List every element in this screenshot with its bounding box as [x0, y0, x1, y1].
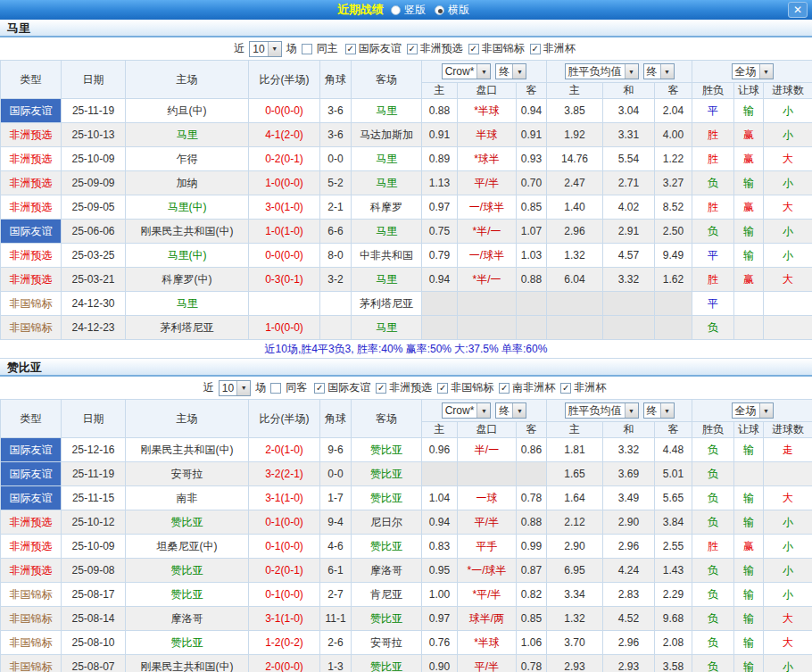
handicap-home-odds: 0.95	[422, 559, 458, 583]
page-title: 近期战绩	[337, 2, 384, 18]
competition-checkbox[interactable]: ✓	[314, 383, 325, 394]
odds-controls-cell: Crow*▼终▼	[422, 400, 547, 422]
layout-radio-label: 竖版	[404, 3, 426, 18]
match-score: 4-1(2-0)	[249, 123, 320, 147]
filter-bar: 近 10▼ 场 同主 ✓国际友谊✓非洲预选✓非国锦标✓非洲杯	[0, 37, 812, 60]
match-count-select[interactable]: 10▼	[219, 380, 251, 396]
match-score: 3-0(1-0)	[249, 195, 320, 220]
handicap-away-odds: 1.03	[517, 244, 547, 268]
team-section-zambia: 赞比亚 近 10▼ 场 同客 ✓国际友谊✓非洲预选✓非国锦标✓南非洲杯✓非洲杯 …	[0, 359, 812, 672]
col-res-handicap: 让球	[734, 83, 764, 99]
home-team: 赞比亚	[126, 631, 249, 655]
away-team: 马里	[352, 147, 422, 171]
corner-score: 6-1	[320, 559, 352, 583]
bookmaker-select[interactable]: Crow*▼	[442, 402, 492, 419]
handicap-line: 一/球半	[458, 195, 517, 220]
result-goals: 大	[764, 147, 812, 171]
competition-checkbox[interactable]: ✓	[560, 383, 571, 394]
lose-odds: 4.48	[655, 438, 692, 462]
layout-radio[interactable]	[391, 5, 401, 15]
match-row: 非洲预选25-09-08赞比亚0-2(0-1)6-1摩洛哥0.95*一/球半0.…	[1, 559, 812, 583]
avg-select[interactable]: 胜平负均值▼	[565, 63, 639, 79]
competition-checkbox[interactable]: ✓	[345, 44, 356, 54]
competition-checkbox[interactable]: ✓	[499, 383, 510, 394]
handicap-line: 平/半	[458, 510, 517, 535]
match-type: 非洲预选	[1, 195, 62, 220]
result-goals: 小	[764, 655, 812, 672]
match-type: 非国锦标	[1, 631, 62, 655]
select-value: 终	[644, 403, 660, 419]
competition-checkbox[interactable]: ✓	[407, 44, 418, 54]
chevron-down-icon: ▼	[660, 64, 674, 79]
competition-label: 非洲杯	[574, 380, 606, 395]
avg-state-select[interactable]: 终▼	[643, 63, 675, 79]
lose-odds: 3.27	[655, 171, 692, 195]
away-team: 赞比亚	[352, 486, 422, 510]
draw-odds: 2.90	[603, 510, 655, 535]
same-side-checkbox[interactable]	[302, 44, 312, 54]
match-score: 1-2(0-2)	[249, 631, 320, 655]
competition-checkbox[interactable]: ✓	[376, 383, 386, 394]
home-team: 乍得	[126, 147, 249, 171]
competition-checkbox[interactable]: ✓	[437, 383, 448, 394]
match-row: 国际友谊25-11-19安哥拉3-2(2-1)0-0赞比亚1.653.695.0…	[1, 462, 812, 486]
result-goals	[764, 462, 812, 486]
handicap-home-odds: 0.76	[422, 631, 458, 655]
col-odds-away: 客	[517, 83, 547, 99]
select-value: 终	[496, 403, 512, 419]
match-date: 25-10-13	[62, 123, 126, 147]
layout-radio[interactable]	[435, 5, 444, 15]
select-value: 全场	[733, 403, 759, 419]
match-row: 非洲预选25-03-21科摩罗(中)0-3(0-1)3-2马里0.94*半/一0…	[1, 268, 812, 292]
win-odds: 6.04	[547, 268, 603, 292]
col-odds-away: 客	[517, 422, 547, 438]
result-goals: 走	[764, 438, 812, 462]
competition-checkbox[interactable]: ✓	[530, 44, 541, 54]
win-odds: 1.92	[547, 123, 603, 147]
match-score: 2-0(0-0)	[249, 655, 320, 672]
col-score: 比分(半场)	[249, 61, 320, 99]
avg-state-select[interactable]: 终▼	[643, 402, 675, 419]
match-type: 非洲预选	[1, 123, 62, 147]
result-goals: 小	[764, 220, 812, 244]
same-side-checkbox[interactable]	[270, 383, 281, 394]
col-eu-draw: 和	[603, 422, 655, 438]
result-handicap: 赢	[734, 535, 764, 559]
match-date: 25-10-12	[62, 510, 126, 535]
col-date: 日期	[62, 61, 126, 99]
home-team: 坦桑尼亚(中)	[126, 535, 249, 559]
avg-select[interactable]: 胜平负均值▼	[565, 402, 639, 419]
odds-state-select[interactable]: 终▼	[495, 402, 526, 419]
win-odds: 6.95	[547, 559, 603, 583]
win-odds: 1.65	[547, 462, 603, 486]
match-count-select[interactable]: 10▼	[249, 41, 281, 57]
col-odds-home: 主	[422, 422, 458, 438]
handicap-home-odds: 0.94	[422, 510, 458, 535]
match-type: 非洲预选	[1, 535, 62, 559]
draw-odds: 4.52	[603, 607, 655, 631]
odds-state-select[interactable]: 终▼	[495, 63, 526, 79]
lose-odds: 2.29	[655, 583, 692, 607]
match-row: 国际友谊25-12-16刚果民主共和国(中)2-0(1-0)9-6赞比亚0.96…	[1, 438, 812, 462]
draw-odds: 3.69	[603, 462, 655, 486]
match-score: 1-0(1-0)	[249, 220, 320, 244]
draw-odds: 4.24	[603, 559, 655, 583]
win-odds: 3.85	[547, 99, 603, 123]
bookmaker-select[interactable]: Crow*▼	[442, 63, 492, 79]
odds-controls-cell: Crow*▼终▼	[422, 61, 547, 83]
match-score: 0-0(0-0)	[249, 99, 320, 123]
competition-checkbox[interactable]: ✓	[468, 44, 479, 54]
close-button[interactable]: ✕	[788, 2, 808, 18]
away-team: 赞比亚	[352, 438, 422, 462]
draw-odds: 4.57	[603, 244, 655, 268]
home-team: 赞比亚	[126, 559, 249, 583]
away-team: 马里	[352, 220, 422, 244]
match-row: 非洲预选25-10-12赞比亚0-1(0-0)9-4尼日尔0.94平/半0.88…	[1, 510, 812, 535]
scope-select[interactable]: 全场▼	[732, 402, 774, 419]
home-team: 马里	[126, 123, 249, 147]
col-score: 比分(半场)	[249, 400, 320, 438]
scope-select[interactable]: 全场▼	[732, 63, 774, 79]
result-wdl: 负	[692, 655, 734, 672]
handicap-away-odds: 0.86	[517, 438, 547, 462]
match-row: 非国锦标24-12-30马里茅利塔尼亚平	[1, 292, 812, 316]
